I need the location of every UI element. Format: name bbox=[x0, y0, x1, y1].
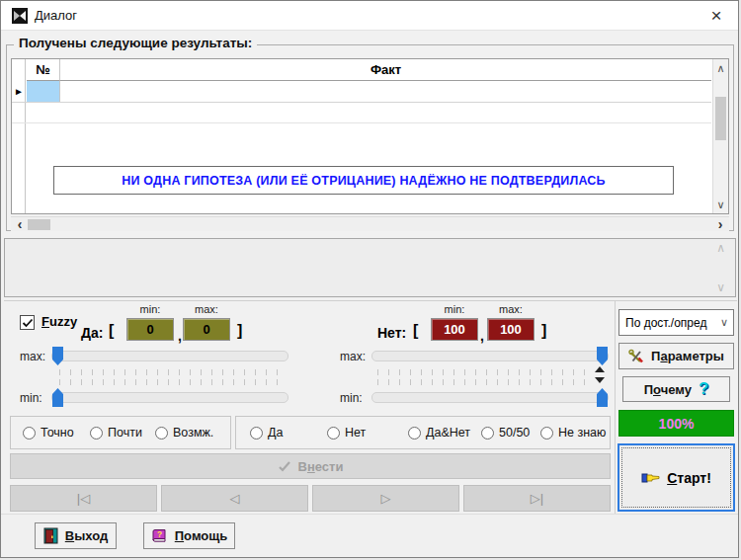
first-record-icon: |◁ bbox=[77, 491, 90, 506]
spin-down-icon[interactable] bbox=[595, 377, 605, 383]
vertical-scroll-thumb[interactable] bbox=[715, 97, 726, 140]
no-max-value: 100 bbox=[487, 318, 535, 341]
radio-icon bbox=[481, 427, 494, 440]
radio-icon bbox=[23, 427, 36, 440]
answers-radio-group: Да Нет Да&Нет 50/50 Не знаю bbox=[235, 416, 611, 449]
app-icon bbox=[12, 8, 28, 24]
radio-yes[interactable]: Да bbox=[250, 426, 283, 440]
results-group-title: Получены следующие результаты: bbox=[14, 36, 257, 50]
yes-max-label: max: bbox=[183, 303, 230, 315]
divider bbox=[615, 301, 616, 514]
panel-scroll-up-icon[interactable]: ∧ bbox=[716, 241, 725, 255]
comma: , bbox=[480, 328, 484, 344]
question-panel: ∧ ∨ bbox=[4, 238, 736, 297]
radio-yes-and-no[interactable]: Да&Нет bbox=[408, 426, 470, 440]
results-group: Получены следующие результаты: № Факт ► … bbox=[6, 44, 734, 231]
no-max-label: max: bbox=[487, 303, 535, 315]
previous-record-icon: ◁ bbox=[230, 491, 240, 506]
column-header-number: № bbox=[27, 59, 60, 81]
nav-next-button[interactable]: ▷ bbox=[312, 485, 459, 512]
no-min-slider[interactable] bbox=[371, 392, 609, 403]
horizontal-scroll-thumb[interactable] bbox=[28, 219, 50, 230]
column-header-fact: Факт bbox=[60, 59, 711, 81]
no-label: Нет: bbox=[377, 325, 406, 341]
window-title: Диалог bbox=[35, 1, 77, 31]
scroll-left-icon[interactable]: ‹ bbox=[13, 217, 27, 232]
no-min-label: min: bbox=[431, 303, 478, 315]
yes-max-slider[interactable] bbox=[51, 351, 288, 361]
title-bar: Диалог × bbox=[1, 1, 738, 31]
yes-label: Да: bbox=[81, 325, 103, 341]
row-divider bbox=[12, 102, 711, 103]
mode-select[interactable]: По дост./опред ∨ bbox=[618, 309, 734, 336]
slider-ticks bbox=[59, 379, 285, 385]
nav-last-button[interactable]: ▷| bbox=[463, 485, 611, 512]
radio-tochno[interactable]: Точно bbox=[23, 426, 74, 440]
no-max-slider-thumb[interactable] bbox=[597, 347, 608, 365]
panel-scroll-down-icon[interactable]: ∨ bbox=[716, 280, 725, 294]
yes-min-slider-thumb[interactable] bbox=[52, 388, 63, 407]
row-divider bbox=[12, 122, 711, 123]
hypothesis-message: НИ ОДНА ГИПОТЕЗА (ИЛИ ЕЁ ОТРИЦАНИЕ) НАДЁ… bbox=[53, 166, 674, 195]
scroll-down-icon[interactable]: ∨ bbox=[713, 198, 728, 211]
table-horizontal-scrollbar[interactable]: ‹ › bbox=[11, 216, 729, 231]
help-book-icon: ? bbox=[151, 528, 168, 543]
check-icon bbox=[278, 460, 291, 472]
radio-icon bbox=[90, 427, 103, 440]
nav-prev-button[interactable]: ◁ bbox=[161, 485, 308, 512]
help-button[interactable]: ? Помощь bbox=[143, 522, 235, 549]
results-table[interactable]: № Факт ► НИ ОДНА ГИПОТЕЗА (ИЛИ ЕЁ ОТРИЦА… bbox=[11, 58, 729, 214]
no-slider-max-label: max: bbox=[340, 350, 366, 363]
tools-icon bbox=[628, 349, 644, 364]
selected-cell[interactable] bbox=[27, 81, 60, 102]
scroll-up-icon[interactable]: ∧ bbox=[713, 61, 728, 75]
radio-50-50[interactable]: 50/50 bbox=[481, 426, 530, 440]
no-slider-min-label: min: bbox=[340, 391, 363, 405]
comma: , bbox=[178, 328, 182, 344]
spin-up-icon[interactable] bbox=[595, 366, 605, 372]
fuzzy-checkbox[interactable] bbox=[20, 315, 35, 330]
no-max-slider[interactable] bbox=[371, 351, 609, 361]
no-min-slider-thumb[interactable] bbox=[597, 388, 608, 407]
next-record-icon: ▷ bbox=[381, 491, 391, 506]
no-min-value: 100 bbox=[431, 318, 478, 341]
open-bracket: [ bbox=[413, 322, 418, 340]
radio-icon bbox=[540, 427, 553, 440]
answer-controls: Fuzzy min: max: Да: [ 0 , 0 ] min: max: … bbox=[4, 300, 737, 514]
parameters-button[interactable]: Параметры bbox=[618, 343, 734, 369]
chevron-down-icon: ∨ bbox=[720, 316, 728, 329]
yes-slider-max-label: max: bbox=[20, 350, 45, 363]
radio-icon bbox=[408, 427, 421, 440]
last-record-icon: ▷| bbox=[531, 491, 543, 506]
exit-door-icon bbox=[43, 527, 58, 544]
open-bracket: [ bbox=[109, 322, 114, 340]
slider-ticks bbox=[59, 369, 285, 375]
scroll-right-icon[interactable]: › bbox=[713, 217, 727, 232]
enter-button[interactable]: Внести bbox=[10, 453, 611, 479]
slider-ticks bbox=[377, 369, 591, 375]
yes-min-slider[interactable] bbox=[51, 392, 288, 403]
pointing-hand-icon bbox=[641, 471, 661, 485]
close-button[interactable]: × bbox=[700, 1, 732, 31]
yes-max-slider-thumb[interactable] bbox=[52, 347, 63, 365]
close-bracket: ] bbox=[541, 322, 546, 340]
radio-pochti[interactable]: Почти bbox=[90, 426, 142, 440]
radio-vozmozhno[interactable]: Возмж. bbox=[155, 426, 213, 440]
exit-button[interactable]: Выход bbox=[35, 522, 117, 549]
radio-icon bbox=[155, 427, 168, 440]
slider-ticks bbox=[377, 379, 591, 385]
yes-max-value: 0 bbox=[183, 318, 230, 341]
why-button[interactable]: Почему ? bbox=[622, 376, 730, 402]
table-vertical-scrollbar[interactable]: ∧ ∨ bbox=[712, 59, 728, 213]
nav-first-button[interactable]: |◁ bbox=[10, 485, 157, 512]
close-bracket: ] bbox=[237, 322, 242, 340]
radio-icon bbox=[327, 427, 340, 440]
start-button[interactable]: Старт! bbox=[618, 443, 735, 512]
radio-dont-know[interactable]: Не знаю bbox=[540, 426, 606, 440]
radio-no[interactable]: Нет bbox=[327, 426, 366, 440]
question-mark-icon: ? bbox=[699, 379, 708, 399]
radio-icon bbox=[250, 427, 263, 440]
progress-badge: 100% bbox=[618, 410, 734, 437]
dialog-window: Диалог × Получены следующие результаты: … bbox=[0, 0, 739, 558]
svg-text:?: ? bbox=[157, 529, 162, 539]
